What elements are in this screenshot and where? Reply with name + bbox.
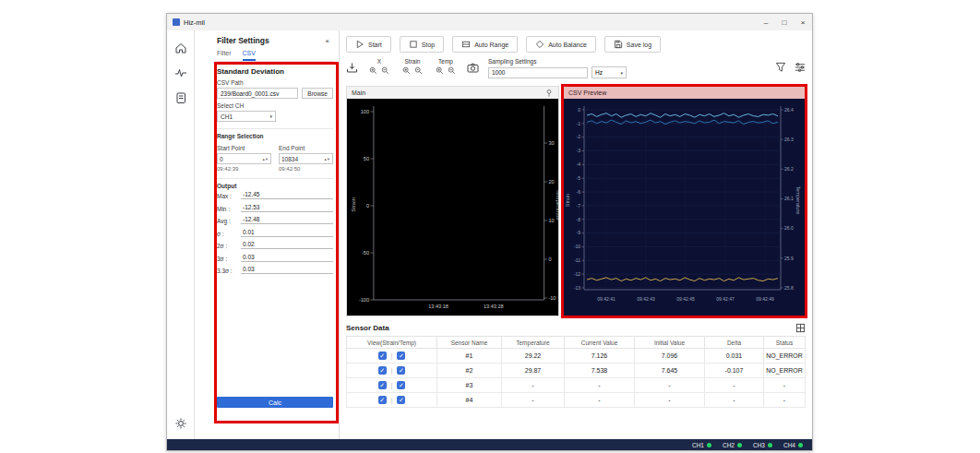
sampling-unit-select[interactable]: Hz ▾	[592, 66, 627, 78]
main-chart-body[interactable]: Strain Temperature 100500-50-1003020100-…	[347, 99, 558, 316]
view-cell: ✓|✓	[347, 378, 437, 393]
end-point-input[interactable]: 10834 ▴▾	[279, 153, 333, 164]
start-time: 09:42:39	[217, 166, 271, 172]
svg-text:09:42:45: 09:42:45	[676, 296, 695, 302]
channel-select[interactable]: CH1 ▾	[217, 111, 276, 122]
main-chart-title: Main	[352, 89, 365, 96]
tab-filter[interactable]: Filter	[217, 50, 232, 61]
range-icon	[461, 40, 471, 49]
stop-icon	[409, 40, 418, 49]
auto-range-button[interactable]: Auto Range	[452, 36, 518, 53]
output-stat-value[interactable]: 0.02	[241, 241, 333, 249]
column-header: View(Strain/Temp)	[347, 337, 437, 349]
zoom-out-icon[interactable]	[414, 66, 423, 75]
svg-text:-10: -10	[574, 244, 580, 249]
svg-text:-3: -3	[577, 148, 581, 153]
sensor-name-cell: #2	[437, 364, 502, 378]
close-icon[interactable]: ×	[325, 37, 329, 45]
temp-view-checkbox[interactable]: ✓	[397, 352, 405, 360]
svg-text:-4: -4	[577, 161, 581, 167]
home-icon[interactable]	[174, 42, 187, 54]
value-cell: 7.538	[565, 364, 635, 378]
checkbox-separator: |	[391, 352, 393, 359]
select-ch-label: Select CH	[217, 102, 333, 109]
value-cell: NO_ERROR	[764, 349, 806, 364]
minimize-button[interactable]: –	[757, 14, 775, 30]
channel-label: CH1	[692, 442, 704, 448]
spinner-arrows-icon[interactable]: ▴▾	[324, 157, 330, 161]
signal-icon[interactable]	[174, 66, 187, 79]
csv-preview-wrap: CSV Preview Strain Temperature	[563, 86, 806, 316]
output-stat-value[interactable]: 0.03	[241, 254, 333, 262]
start-button-label: Start	[368, 42, 382, 48]
temp-view-checkbox[interactable]: ✓	[397, 366, 405, 375]
svg-text:0: 0	[366, 203, 369, 209]
value-cell: 29.22	[502, 349, 565, 364]
column-header: Current Value	[565, 337, 635, 349]
svg-text:20: 20	[548, 179, 554, 185]
filter-settings-panel: Filter Settings × Filter CSV Standard De…	[195, 30, 340, 439]
csv-path-input[interactable]: 239/Board0_0001.csv	[217, 88, 298, 99]
strain-view-checkbox[interactable]: ✓	[378, 352, 387, 360]
value-cell: -	[764, 393, 806, 408]
gear-icon[interactable]	[174, 417, 187, 430]
grid-icon[interactable]	[795, 323, 806, 333]
zoom-in-icon[interactable]	[402, 66, 411, 75]
maximize-button[interactable]: □	[775, 14, 794, 30]
divider	[217, 128, 333, 129]
zoom-in-icon[interactable]	[369, 66, 377, 75]
zoom-out-icon[interactable]	[448, 66, 456, 75]
camera-icon[interactable]	[467, 62, 479, 74]
charts-row: Main Strain Temperature 100500-50-100302…	[346, 86, 806, 316]
value-cell: -	[565, 393, 635, 408]
svg-text:-6: -6	[577, 189, 581, 195]
start-point-value: 0	[220, 156, 223, 162]
browse-button[interactable]: Browse	[302, 88, 333, 99]
output-stat-value[interactable]: -12.48	[241, 216, 333, 224]
zoom-in-icon[interactable]	[436, 66, 444, 75]
value-cell: NO_ERROR	[764, 364, 806, 378]
start-point-input[interactable]: 0 ▴▾	[217, 153, 271, 164]
value-cell: 7.096	[635, 349, 705, 364]
output-row: Avg :-12.48	[217, 216, 333, 224]
filter-funnel-icon[interactable]	[775, 62, 786, 73]
csv-preview-body[interactable]: Strain Temperature 0-1-2-3-4-5-6-7-8-9-1…	[564, 99, 805, 316]
sensor-name-cell: #1	[437, 349, 502, 364]
calc-button[interactable]: Calc	[217, 397, 333, 408]
temp-view-checkbox[interactable]: ✓	[397, 396, 405, 404]
zoom-out-icon[interactable]	[381, 66, 389, 75]
svg-text:-5: -5	[577, 175, 581, 181]
strain-view-checkbox[interactable]: ✓	[378, 396, 387, 404]
auto-balance-button[interactable]: Auto Balance	[526, 36, 596, 53]
sliders-icon[interactable]	[795, 62, 806, 73]
notes-icon[interactable]	[174, 91, 187, 104]
stop-button[interactable]: Stop	[400, 36, 444, 53]
filter-panel-header: Filter Settings ×	[217, 36, 333, 45]
strain-view-checkbox[interactable]: ✓	[378, 366, 387, 375]
output-stat-value[interactable]: 0.01	[241, 229, 333, 237]
start-button[interactable]: Start	[346, 36, 391, 53]
svg-text:0: 0	[578, 107, 580, 113]
temp-view-checkbox[interactable]: ✓	[397, 381, 405, 389]
export-icon[interactable]	[346, 62, 358, 74]
output-stat-value[interactable]: 0.03	[241, 266, 333, 274]
pin-icon[interactable]	[544, 89, 554, 98]
value-cell: -	[635, 393, 705, 408]
app-body: Filter Settings × Filter CSV Standard De…	[167, 30, 812, 439]
series-strain-ch1	[587, 113, 778, 118]
close-button[interactable]: ×	[794, 14, 812, 30]
sampling-unit-value: Hz	[595, 69, 603, 76]
value-cell: -	[502, 378, 565, 393]
output-stat-value[interactable]: -12.45	[241, 191, 333, 199]
app-icon	[173, 18, 180, 26]
save-log-button[interactable]: Save log	[604, 36, 661, 53]
sampling-rate-input[interactable]: 1000	[488, 67, 588, 78]
sidebar	[167, 30, 195, 439]
channel-status: CH1	[692, 442, 711, 448]
output-stat-value[interactable]: -12.53	[241, 204, 333, 212]
tab-csv[interactable]: CSV	[243, 50, 256, 61]
sensor-data-title: Sensor Data	[346, 324, 389, 332]
end-point-label: End Point	[279, 145, 333, 151]
spinner-arrows-icon[interactable]: ▴▾	[262, 157, 269, 161]
strain-view-checkbox[interactable]: ✓	[378, 381, 387, 389]
